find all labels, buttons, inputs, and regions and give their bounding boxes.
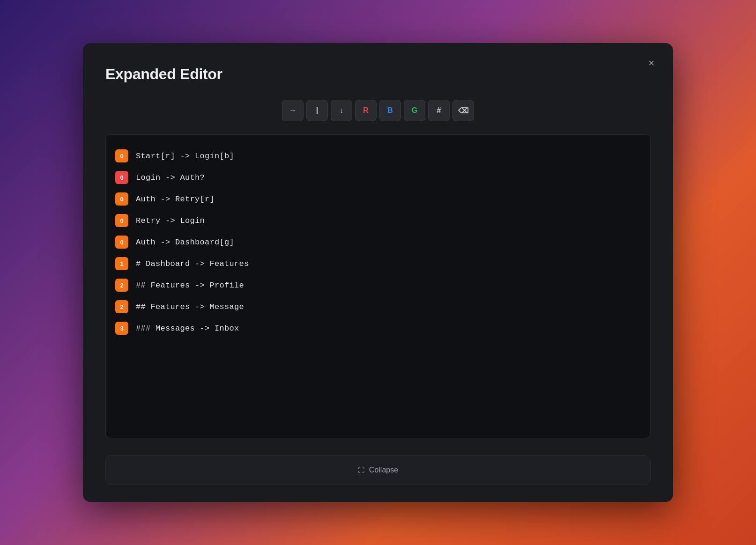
close-icon: ×	[648, 57, 654, 69]
toolbar-down-btn[interactable]: ↓	[331, 100, 352, 121]
expanded-editor-modal: × Expanded Editor → | ↓ R B G #	[83, 43, 673, 502]
line-text-5: Auth -> Dashboard[g]	[136, 238, 234, 247]
g-label: G	[412, 106, 417, 115]
b-label: B	[387, 106, 393, 115]
line-badge-8: 2	[115, 300, 128, 313]
toolbar-r-btn[interactable]: R	[355, 100, 377, 121]
editor-line-7: 2 ## Features -> Profile	[115, 275, 641, 295]
toolbar-delete-btn[interactable]: ⌫	[452, 100, 474, 121]
line-badge-5: 0	[115, 236, 128, 249]
collapse-button[interactable]: ⛶ Collapse	[105, 455, 651, 485]
line-badge-7: 2	[115, 279, 128, 292]
down-arrow-icon: ↓	[340, 106, 343, 115]
modal-title: Expanded Editor	[105, 66, 651, 83]
toolbar-pipe-btn[interactable]: |	[306, 100, 328, 121]
editor-toolbar: → | ↓ R B G # ⌫	[105, 100, 651, 121]
toolbar-hash-btn[interactable]: #	[428, 100, 450, 121]
editor-line-6: 1 # Dashboard -> Features	[115, 254, 641, 273]
line-badge-1: 0	[115, 149, 128, 162]
close-button[interactable]: ×	[645, 56, 658, 70]
line-badge-9: 3	[115, 322, 128, 335]
line-badge-6: 1	[115, 257, 128, 270]
line-text-8: ## Features -> Message	[136, 302, 244, 311]
toolbar-b-btn[interactable]: B	[379, 100, 401, 121]
line-text-6: # Dashboard -> Features	[136, 259, 249, 268]
line-text-1: Start[r] -> Login[b]	[136, 152, 234, 161]
editor-line-1: 0 Start[r] -> Login[b]	[115, 146, 641, 166]
line-text-2: Login -> Auth?	[136, 173, 205, 182]
editor-line-5: 0 Auth -> Dashboard[g]	[115, 232, 641, 252]
line-badge-2: 0	[115, 171, 128, 184]
line-text-9: ### Messages -> Inbox	[136, 324, 239, 333]
line-badge-3: 0	[115, 192, 128, 206]
editor-line-3: 0 Auth -> Retry[r]	[115, 189, 641, 209]
line-text-3: Auth -> Retry[r]	[136, 195, 215, 204]
r-label: R	[363, 106, 369, 115]
hash-icon: #	[437, 106, 441, 115]
editor-line-2: 0 Login -> Auth?	[115, 168, 641, 187]
delete-icon: ⌫	[458, 106, 469, 115]
collapse-label: Collapse	[369, 466, 398, 474]
line-text-7: ## Features -> Profile	[136, 281, 244, 290]
editor-line-4: 0 Retry -> Login	[115, 211, 641, 230]
arrow-icon: →	[289, 106, 296, 115]
line-text-4: Retry -> Login	[136, 216, 205, 225]
pipe-icon: |	[316, 106, 318, 115]
editor-line-9: 3 ### Messages -> Inbox	[115, 318, 641, 338]
editor-area[interactable]: 0 Start[r] -> Login[b] 0 Login -> Auth? …	[105, 134, 651, 438]
line-badge-4: 0	[115, 214, 128, 227]
editor-line-8: 2 ## Features -> Message	[115, 297, 641, 317]
toolbar-g-btn[interactable]: G	[404, 100, 425, 121]
collapse-icon: ⛶	[358, 466, 364, 474]
toolbar-arrow-btn[interactable]: →	[282, 100, 304, 121]
